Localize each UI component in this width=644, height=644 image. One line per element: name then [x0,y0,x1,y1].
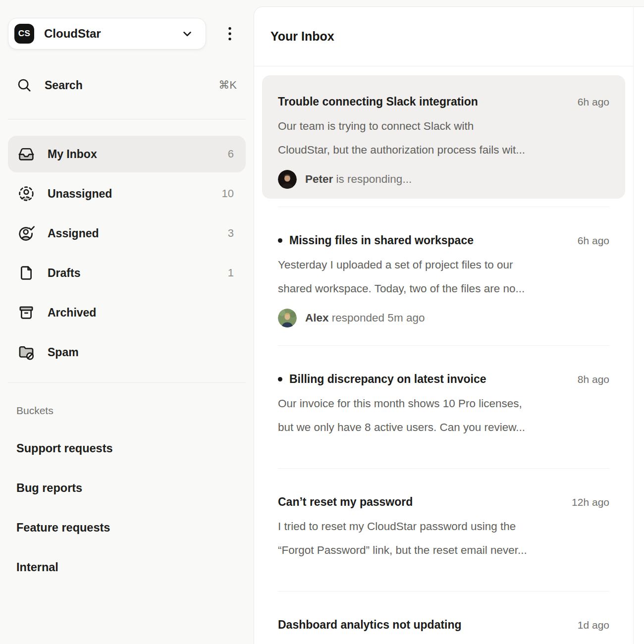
sidebar-item-label: My Inbox [48,148,228,161]
archive-icon [18,304,35,321]
sidebar-item-label: Assigned [48,227,228,240]
bucket-item-support-requests[interactable]: Support requests [8,429,246,468]
conversation-preview: Yesterday I uploaded a set of project fi… [278,253,609,301]
conversation-time: 8h ago [578,374,609,385]
sidebar-item-label: Archived [48,306,234,320]
sidebar-item-my-inbox[interactable]: My Inbox 6 [8,136,246,172]
conversation-item[interactable]: Dashboard analytics not updating 1d ago [262,591,625,644]
detail-panel-edge [634,6,644,644]
bucket-item-bug-reports[interactable]: Bug reports [8,468,246,508]
bucket-item-internal[interactable]: Internal [8,547,246,587]
status-text: Alex responded 5m ago [305,312,425,324]
inbox-header: Your Inbox [254,7,633,66]
search-label: Search [45,79,206,92]
workspace-logo: CS [14,24,34,44]
buckets-heading: Buckets [16,405,246,417]
sidebar-item-count: 10 [222,187,234,200]
sidebar-item-spam[interactable]: Spam [8,334,246,371]
conversation-item[interactable]: Can’t reset my password 12h ago I tried … [262,469,625,591]
sidebar-item-count: 3 [228,227,234,240]
sidebar-nav: My Inbox 6 Unassigned 10 [8,136,246,371]
conversation-preview: Our invoice for this month shows 10 Pro … [278,392,609,439]
sidebar-item-assigned[interactable]: Assigned 3 [8,215,246,252]
sidebar-item-label: Drafts [48,267,228,280]
avatar [278,309,297,327]
conversation-status: Peter is responding... [278,170,609,189]
unread-dot [278,238,282,243]
avatar [278,170,297,189]
conversation-title: Trouble connecting Slack integration [278,95,578,108]
sidebar-item-unassigned[interactable]: Unassigned 10 [8,175,246,212]
search-icon [17,78,32,93]
sidebar-item-label: Spam [48,346,234,359]
search-button[interactable]: Search ⌘K [8,73,246,97]
conversation-item-selected[interactable]: Trouble connecting Slack integration 6h … [262,75,625,199]
sidebar-item-label: Unassigned [48,187,222,201]
conversation-title: Dashboard analytics not updating [278,618,578,632]
conversation-title: Can’t reset my password [278,495,572,509]
conversation-title: Missing files in shared workspace [289,234,578,247]
workspace-switcher[interactable]: CS CloudStar [8,18,206,50]
sidebar-item-drafts[interactable]: Drafts 1 [8,255,246,291]
bucket-list: Support requests Bug reports Feature req… [8,429,246,587]
conversation-time: 12h ago [572,496,609,508]
conversation-list: Trouble connecting Slack integration 6h … [254,66,633,644]
page-title: Your Inbox [270,29,334,44]
conversation-time: 6h ago [578,96,609,108]
sidebar-divider [8,119,246,119]
status-text: Peter is responding... [305,173,412,186]
kebab-icon [223,25,236,42]
bucket-item-feature-requests[interactable]: Feature requests [8,508,246,547]
conversation-item[interactable]: Billing discrepancy on latest invoice 8h… [262,346,625,468]
conversation-preview: I tried to reset my CloudStar password u… [278,515,609,562]
conversation-time: 1d ago [578,619,609,631]
conversation-title: Billing discrepancy on latest invoice [289,373,578,386]
folder-block-icon [18,344,35,361]
conversation-time: 6h ago [578,235,609,247]
inbox-panel: Your Inbox Trouble connecting Slack inte… [254,6,634,644]
workspace-name: CloudStar [44,27,171,41]
workspace-row: CS CloudStar [8,18,246,50]
sidebar-item-archived[interactable]: Archived [8,294,246,331]
inbox-icon [18,146,35,162]
conversation-preview: Our team is trying to connect Slack with… [278,114,609,162]
workspace-menu-button[interactable] [220,22,239,45]
user-dashed-icon [18,185,35,202]
sidebar: CS CloudStar Search ⌘K [0,0,254,644]
search-shortcut: ⌘K [218,79,237,92]
conversation-item[interactable]: Missing files in shared workspace 6h ago… [262,207,625,345]
sidebar-item-count: 6 [228,148,234,161]
user-check-icon [18,225,35,242]
chevron-down-icon [181,27,194,40]
conversation-status: Alex responded 5m ago [278,309,609,327]
sidebar-divider [8,382,246,383]
sidebar-item-count: 1 [228,267,234,279]
unread-dot [278,377,282,381]
file-icon [18,265,35,281]
